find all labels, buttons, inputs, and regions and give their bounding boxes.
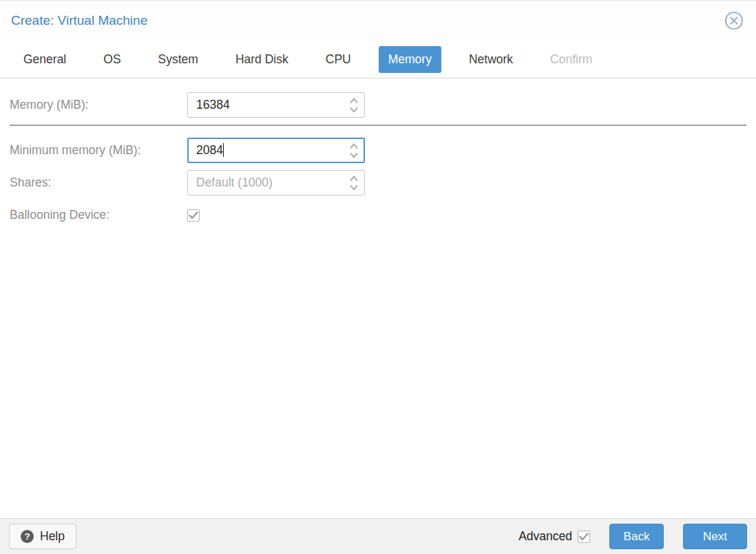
shares-row: Shares: Default (1000) [10,170,746,195]
tab-network[interactable]: Network [459,46,523,73]
tab-system[interactable]: System [149,46,208,73]
tab-cpu[interactable]: CPU [316,46,361,73]
checkmark-icon [579,533,589,541]
shares-value: Default (1000) [196,175,349,190]
shares-label: Shares: [10,175,187,190]
section-divider [10,125,746,126]
ballooning-checkbox[interactable] [187,209,200,222]
shares-input[interactable]: Default (1000) [187,170,365,195]
next-button[interactable]: Next [683,524,747,549]
min-memory-input[interactable]: 2084 [187,138,365,163]
memory-value: 16384 [196,98,349,112]
wizard-tabbar: General OS System Hard Disk CPU Memory N… [0,41,756,78]
close-button[interactable] [724,11,744,30]
back-button[interactable]: Back [609,524,664,549]
ballooning-label: Ballooning Device: [10,208,187,222]
advanced-checkbox[interactable] [578,531,590,543]
min-memory-label: Minimum memory (MiB): [10,143,187,158]
text-cursor [223,143,224,157]
create-vm-dialog: Create: Virtual Machine General OS Syste… [0,0,756,554]
memory-label: Memory (MiB): [10,98,187,112]
close-icon [724,11,744,30]
memory-row: Memory (MiB): 16384 [10,92,746,118]
footer-actions: Advanced Back Next [518,524,747,549]
dialog-footer: ? Help Advanced Back Next [0,518,756,554]
question-mark-icon: ? [21,530,34,543]
help-button[interactable]: ? Help [9,524,76,549]
min-memory-value: 2084 [196,143,349,158]
ballooning-row: Ballooning Device: [10,208,746,222]
spinner-up-down-icon[interactable] [349,142,359,160]
dialog-title: Create: Virtual Machine [11,13,724,28]
memory-form: Memory (MiB): 16384 Minimum memory (MiB)… [0,78,756,518]
tab-os[interactable]: OS [94,46,130,73]
tab-memory[interactable]: Memory [379,46,441,73]
tab-confirm: Confirm [540,46,602,73]
spinner-up-down-icon[interactable] [349,96,359,114]
memory-input[interactable]: 16384 [187,92,365,118]
min-memory-row: Minimum memory (MiB): 2084 [10,138,746,163]
tab-general[interactable]: General [14,46,76,73]
advanced-label: Advanced [518,529,572,544]
tab-hard-disk[interactable]: Hard Disk [226,46,298,73]
help-label: Help [40,529,65,544]
checkmark-icon [189,211,198,220]
dialog-header: Create: Virtual Machine [0,1,756,41]
spinner-up-down-icon[interactable] [349,174,359,192]
